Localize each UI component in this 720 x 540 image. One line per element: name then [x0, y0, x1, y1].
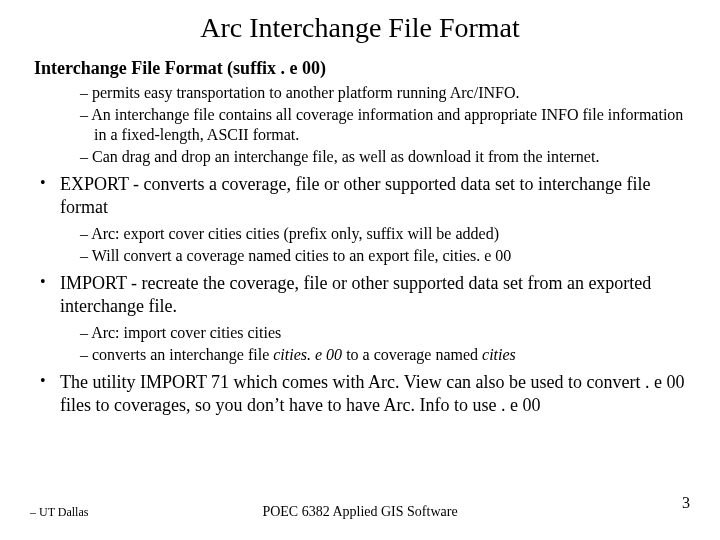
bullet-dot: • — [40, 272, 60, 293]
bullet-text: EXPORT - converts a coverage, file or ot… — [60, 173, 692, 220]
list-item: Will convert a coverage named cities to … — [80, 246, 692, 266]
subtitle-bullets: permits easy transportation to another p… — [28, 83, 692, 167]
list-item: permits easy transportation to another p… — [80, 83, 692, 103]
slide: Arc Interchange File Format Interchange … — [0, 0, 720, 540]
bullet-import: • IMPORT - recreate the coverage, file o… — [40, 272, 692, 319]
bullet-dot: • — [40, 371, 60, 392]
list-item: Can drag and drop an interchange file, a… — [80, 147, 692, 167]
list-item: An interchange file contains all coverag… — [80, 105, 692, 145]
subtitle: Interchange File Format (suffix . e 00) — [34, 58, 692, 79]
slide-title: Arc Interchange File Format — [28, 12, 692, 44]
bullet-text: IMPORT - recreate the coverage, file or … — [60, 272, 692, 319]
bullet-export: • EXPORT - converts a coverage, file or … — [40, 173, 692, 220]
list-item: Arc: import cover cities cities — [80, 323, 692, 343]
bullet-text: The utility IMPORT 71 which comes with A… — [60, 371, 692, 418]
list-item: Arc: export cover cities cities (prefix … — [80, 224, 692, 244]
footer-center: POEC 6382 Applied GIS Software — [0, 504, 720, 520]
bullet-import71: • The utility IMPORT 71 which comes with… — [40, 371, 692, 418]
export-subs: Arc: export cover cities cities (prefix … — [28, 224, 692, 266]
import-subs: Arc: import cover cities cities converts… — [28, 323, 692, 365]
list-item: converts an interchange file cities. e 0… — [80, 345, 692, 365]
bullet-dot: • — [40, 173, 60, 194]
